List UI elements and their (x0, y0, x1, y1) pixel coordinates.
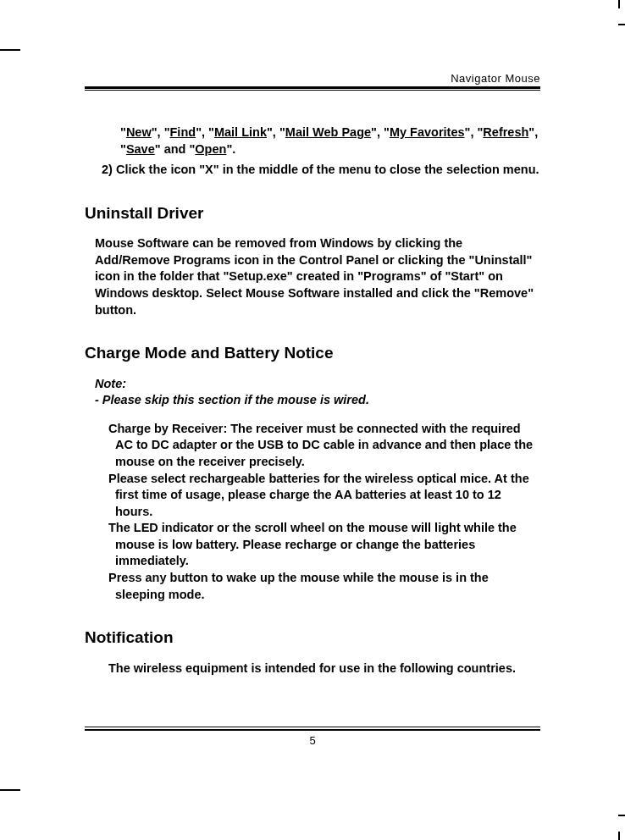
charge-note-body: - Please skip this section if the mouse … (95, 392, 540, 409)
heading-notification: Notification (85, 627, 540, 649)
header-rule (85, 90, 540, 91)
link-mail-web-page: Mail Web Page (285, 125, 371, 139)
crop-mark (0, 789, 20, 791)
link-my-favorites: My Favorites (390, 125, 465, 139)
link-new: New (126, 125, 152, 139)
heading-charge: Charge Mode and Battery Notice (85, 342, 540, 364)
footer-rule (85, 727, 540, 727)
uninstall-body: Mouse Software can be removed from Windo… (95, 235, 540, 318)
footer: 5 (85, 727, 540, 747)
notification-text: The wireless equipment is intended for u… (108, 660, 540, 677)
charge-note-label: Note: (95, 376, 540, 393)
step-text: Click the icon "X" in the middle of the … (116, 163, 539, 176)
link-save: Save (126, 142, 155, 156)
charge-item: Please select rechargeable batteries for… (108, 471, 540, 521)
link-list: "New", "Find", "Mail Link", "Mail Web Pa… (120, 124, 540, 158)
link-find: Find (170, 125, 196, 139)
crop-mark (618, 0, 620, 8)
body-content: "New", "Find", "Mail Link", "Mail Web Pa… (85, 124, 540, 677)
link-refresh: Refresh (483, 125, 528, 139)
notification-body: The wireless equipment is intended for u… (108, 660, 540, 677)
crop-mark (618, 815, 625, 816)
step-label: 2) (102, 163, 113, 176)
charge-item: The LED indicator or the scroll wheel on… (108, 520, 540, 570)
charge-item: Charge by Receiver: The receiver must be… (108, 421, 540, 471)
link-mail-link: Mail Link (214, 125, 267, 139)
link-open: Open (195, 142, 226, 156)
crop-mark (618, 832, 620, 840)
running-header: Navigator Mouse (85, 72, 540, 86)
step-2: 2) Click the icon "X" in the middle of t… (102, 162, 540, 179)
heading-uninstall: Uninstall Driver (85, 202, 540, 224)
page-frame: Navigator Mouse "New", "Find", "Mail Lin… (85, 72, 540, 747)
crop-mark (618, 24, 625, 25)
header-rule (85, 86, 540, 89)
charge-items: Charge by Receiver: The receiver must be… (108, 421, 540, 603)
crop-mark (0, 49, 20, 51)
page-number: 5 (85, 734, 540, 747)
footer-rule (85, 729, 540, 731)
charge-item: Press any button to wake up the mouse wh… (108, 570, 540, 603)
